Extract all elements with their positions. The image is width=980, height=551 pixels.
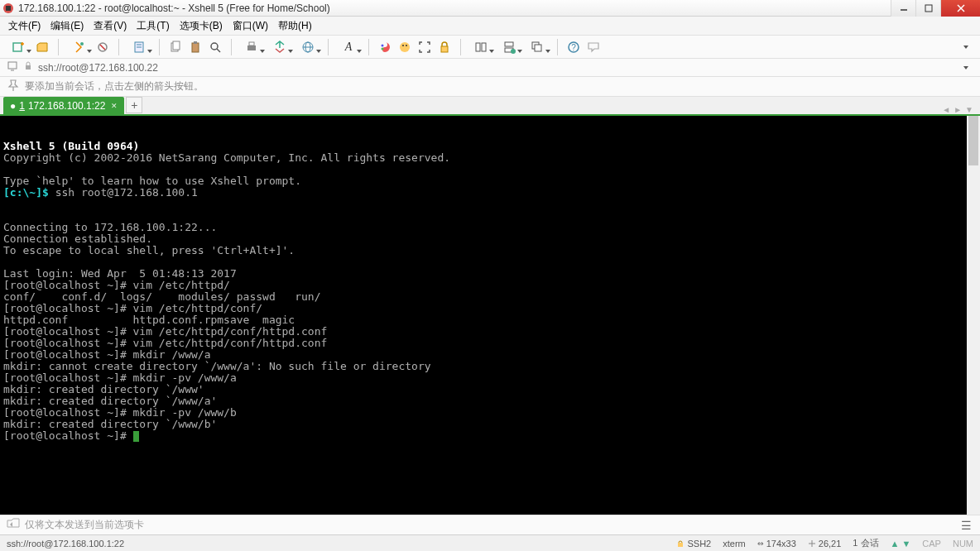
terminal-line: [root@localhost ~]# mkdir /www/a	[3, 349, 977, 361]
svg-rect-31	[441, 46, 448, 52]
status-ssh: SSH2	[676, 539, 711, 549]
statusbar: ssh://root@172.168.100.1:22 SSH2 xterm ⇔…	[0, 534, 980, 551]
svg-rect-38	[535, 45, 541, 51]
status-pos: 26,21	[808, 539, 842, 549]
svg-rect-18	[194, 41, 197, 44]
app-icon	[2, 2, 15, 15]
disconnect-button[interactable]	[95, 40, 110, 55]
terminal-line: [c:\~]$ ssh root@172.168.100.1	[3, 187, 977, 199]
menu-edit[interactable]: 编辑(E)	[50, 19, 84, 33]
script-button[interactable]	[397, 40, 412, 55]
scrollbar-vertical[interactable]	[967, 116, 980, 515]
svg-point-9	[80, 42, 84, 46]
copy-button[interactable]	[168, 40, 183, 55]
close-button[interactable]	[940, 0, 980, 17]
status-term: xterm	[723, 539, 746, 549]
menu-window[interactable]: 窗口(W)	[233, 19, 268, 33]
sendbar: 仅将文本发送到当前选项卡 ☰	[0, 515, 980, 534]
open-button[interactable]	[35, 40, 50, 55]
titlebar: 172.168.100.1:22 - root@localhost:~ - Xs…	[0, 0, 980, 17]
tab-close-icon[interactable]: ✕	[111, 102, 118, 110]
find-button[interactable]	[208, 40, 223, 55]
lock-button[interactable]	[437, 40, 452, 55]
status-address: ssh://root@172.168.100.1:22	[7, 539, 665, 549]
terminal-line: Connecting to 172.168.100.1:22...	[3, 222, 977, 233]
arrange-v-button[interactable]	[497, 40, 521, 55]
send-placeholder[interactable]: 仅将文本发送到当前选项卡	[25, 518, 144, 532]
reconnect-button[interactable]	[67, 40, 90, 55]
svg-rect-22	[249, 42, 254, 46]
pin-icon[interactable]	[7, 79, 20, 94]
svg-point-28	[400, 42, 410, 52]
terminal-line: Type `help' to learn how to use Xshell p…	[3, 175, 977, 187]
menu-tools[interactable]: 工具(T)	[137, 19, 169, 33]
svg-rect-41	[8, 62, 17, 69]
print-button[interactable]	[240, 40, 263, 55]
toolbar: A ?	[0, 36, 980, 59]
terminal-line: [root@localhost ~]# vim /etc/httpd/	[3, 280, 977, 291]
menu-view[interactable]: 查看(V)	[94, 19, 127, 33]
svg-point-30	[406, 45, 407, 46]
paste-button[interactable]	[188, 40, 203, 55]
svg-point-26	[382, 44, 384, 46]
cascade-button[interactable]	[526, 40, 549, 55]
new-session-button[interactable]	[7, 40, 30, 55]
send-icon[interactable]	[7, 518, 20, 532]
svg-point-27	[382, 47, 384, 50]
infobar: 要添加当前会话，点击左侧的箭头按钮。	[0, 77, 980, 97]
chat-button[interactable]	[586, 40, 601, 55]
hamburger-icon[interactable]: ☰	[961, 519, 972, 532]
tab-number: 1	[19, 100, 25, 112]
terminal-line: Last login: Wed Apr 5 01:48:13 2017	[3, 268, 977, 280]
terminal-line: mkdir: cannot create directory `/www/a':…	[3, 361, 977, 372]
terminal-line: Xshell 5 (Build 0964)	[3, 141, 977, 152]
terminal-line: [root@localhost ~]# mkdir -pv /www/a	[3, 372, 977, 384]
menu-tabs[interactable]: 选项卡(B)	[180, 19, 223, 33]
terminal-line: Copyright (c) 2002-2016 NetSarang Comput…	[3, 152, 977, 164]
arrange-h-button[interactable]	[469, 40, 492, 55]
lock-small-icon	[23, 61, 33, 74]
tab-list-icon[interactable]: ▼	[965, 105, 973, 114]
svg-rect-16	[173, 41, 180, 50]
status-cap: CAP	[922, 539, 941, 549]
terminal-line: Connection established.	[3, 233, 977, 245]
status-num: NUM	[953, 539, 973, 549]
tab-next-icon[interactable]: ►	[954, 105, 962, 114]
tabbar: ● 1 172.168.100.1:22 ✕ + ◄ ► ▼	[0, 97, 980, 116]
transfer-button[interactable]	[268, 40, 291, 55]
minimize-button[interactable]	[891, 0, 915, 17]
menu-file[interactable]: 文件(F)	[8, 19, 41, 33]
terminal-line: [root@localhost ~]# vim /etc/httpd/conf/…	[3, 326, 977, 338]
svg-rect-1	[6, 6, 11, 11]
maximize-button[interactable]	[915, 0, 940, 17]
svg-rect-3	[925, 5, 932, 12]
terminal-line: mkdir: created directory `/www'	[3, 384, 977, 395]
font-button[interactable]: A	[337, 40, 360, 55]
terminal[interactable]: Xshell 5 (Build 0964)Copyright (c) 2002-…	[0, 116, 980, 515]
toolbar-dropdown[interactable]	[958, 40, 973, 55]
terminal-line	[3, 199, 977, 210]
address-text[interactable]: ssh://root@172.168.100.22	[38, 62, 158, 74]
info-hint-text: 要添加当前会话，点击左侧的箭头按钮。	[25, 79, 204, 93]
address-dropdown[interactable]	[958, 60, 973, 75]
svg-rect-17	[192, 43, 199, 52]
status-arrows[interactable]: ▲ ▼	[891, 539, 911, 549]
svg-rect-21	[247, 46, 256, 50]
tab-nav: ◄ ► ▼	[942, 105, 973, 114]
help-button[interactable]: ?	[566, 40, 581, 55]
fullscreen-button[interactable]	[417, 40, 432, 55]
svg-rect-33	[482, 43, 486, 51]
terminal-line: [root@localhost ~]#	[3, 430, 977, 442]
status-size: ⇔ 174x33	[757, 539, 796, 549]
tab-prev-icon[interactable]: ◄	[942, 105, 950, 114]
terminal-line	[3, 210, 977, 222]
svg-rect-32	[476, 43, 480, 51]
menu-help[interactable]: 帮助(H)	[278, 19, 312, 33]
color-scheme-button[interactable]	[377, 40, 392, 55]
tab-add-button[interactable]: +	[126, 97, 142, 113]
terminal-line: mkdir: created directory `/www/b'	[3, 419, 977, 430]
terminal-line	[3, 164, 977, 175]
tab-active[interactable]: ● 1 172.168.100.1:22 ✕	[3, 97, 124, 114]
language-button[interactable]	[296, 40, 319, 55]
properties-button[interactable]	[127, 40, 151, 55]
